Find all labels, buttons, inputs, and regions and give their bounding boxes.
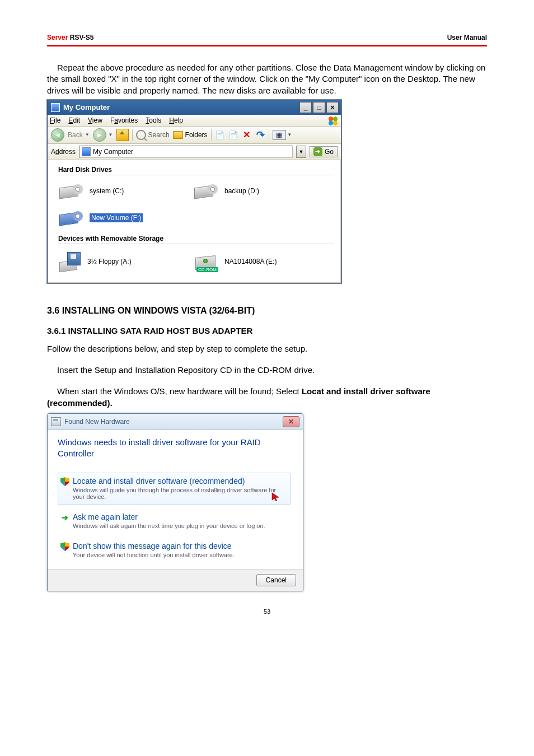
menu-help[interactable]: Help — [169, 116, 183, 124]
opt3-sub: Your device will not function until you … — [73, 552, 285, 558]
para-follow: Follow the descriptions below, and step … — [47, 343, 487, 354]
option-dont-show[interactable]: Don't show this message again for this d… — [58, 538, 291, 563]
group-removable: Devices with Removable Storage — [58, 235, 334, 244]
up-button[interactable] — [116, 129, 129, 141]
hardware-icon — [51, 417, 61, 426]
opt1-sub: Windows will guide you through the proce… — [73, 487, 285, 500]
drive-c[interactable]: system (C:) — [59, 183, 194, 199]
go-button[interactable]: ➔ Go — [310, 146, 338, 157]
my-computer-icon — [51, 103, 60, 112]
content-pane: Hard Disk Drives system (C:) backup (D:)… — [48, 160, 341, 283]
drive-d-label: backup (D:) — [224, 187, 259, 195]
address-icon — [82, 147, 91, 156]
vista-main-instruction: Windows needs to install driver software… — [58, 437, 293, 460]
drive-c-label: system (C:) — [90, 187, 124, 195]
heading-3-6-1: 3.6.1 INSTALLING SATA RAID HOST BUS ADAP… — [47, 326, 487, 335]
address-bar: Address My Computer ▼ ➔ Go — [48, 144, 341, 160]
shield-icon — [60, 477, 69, 486]
close-button[interactable]: × — [326, 102, 339, 113]
address-value: My Computer — [93, 148, 133, 156]
menu-tools[interactable]: Tools — [146, 116, 161, 124]
header-rule — [47, 45, 487, 46]
vista-title: Found New Hardware — [64, 418, 130, 426]
forward-button[interactable]: ► — [93, 128, 106, 142]
menu-edit[interactable]: Edit — [68, 116, 80, 124]
para-select-lead: When start the Windows O/S, new hardware… — [57, 386, 302, 396]
floppy-icon — [59, 252, 82, 271]
group-hard-disk: Hard Disk Drives — [58, 166, 334, 175]
search-label: Search — [148, 131, 170, 139]
opt2-sub: Windows will ask again the next time you… — [73, 522, 285, 529]
back-button[interactable]: ◄ — [51, 128, 64, 142]
search-icon — [136, 130, 146, 140]
cdrom-tag: CD-ROM — [196, 267, 218, 272]
drive-a-floppy[interactable]: 3½ Floppy (A:) — [59, 252, 194, 271]
vista-footer: Cancel — [48, 569, 303, 591]
minimize-button[interactable]: _ — [299, 102, 312, 113]
drive-a-label: 3½ Floppy (A:) — [87, 258, 132, 265]
cursor-pointer-icon — [271, 492, 280, 501]
menu-file[interactable]: File — [50, 116, 60, 124]
opt3-title: Don't show this message again for this d… — [73, 542, 285, 550]
my-computer-window: My Computer _ □ × File Edit View Favorit… — [47, 100, 341, 283]
doc-header: Server RSV-S5 User Manual — [47, 34, 487, 41]
window-title: My Computer — [63, 103, 110, 111]
drive-f-selected[interactable]: New Volume (F:) — [59, 210, 194, 226]
toolbar: ◄ Back ▼ ► ▼ Search Folders 📄 📄 ✕ ↶ ▦ — [48, 127, 341, 144]
option-ask-later[interactable]: ➔ Ask me again later Windows will ask ag… — [58, 508, 291, 534]
folders-label: Folders — [185, 131, 208, 139]
cancel-button[interactable]: Cancel — [256, 574, 296, 586]
copy-to-icon[interactable]: 📄 — [228, 130, 238, 140]
toolbar-sep — [132, 129, 133, 141]
delete-icon[interactable]: ✕ — [242, 130, 252, 140]
drive-e-cdrom[interactable]: CD-ROM NA1014008A (E:) — [194, 252, 329, 271]
move-to-icon[interactable]: 📄 — [215, 130, 225, 140]
vista-body: Windows needs to install driver software… — [48, 430, 303, 570]
toolbar-sep-2 — [211, 129, 212, 141]
arrow-right-icon: ➔ — [60, 513, 69, 522]
server-label: Server — [47, 34, 68, 41]
forward-dropdown-icon[interactable]: ▼ — [109, 132, 113, 137]
hdd-icon — [59, 210, 84, 226]
toolbar-sep-3 — [269, 129, 269, 141]
opt1-title: Locate and install driver software (reco… — [73, 477, 285, 486]
windows-flag-icon — [327, 116, 339, 126]
address-input[interactable]: My Computer — [79, 146, 293, 158]
folders-icon — [173, 131, 183, 139]
titlebar[interactable]: My Computer _ □ × — [48, 100, 341, 115]
heading-3-6: 3.6 INSTALLING ON WINDOWS VISTA (32/64-B… — [47, 306, 487, 316]
hdd-icon — [194, 183, 219, 199]
back-dropdown-icon[interactable]: ▼ — [85, 132, 90, 137]
header-left: Server RSV-S5 — [47, 34, 93, 41]
menu-view[interactable]: View — [88, 116, 102, 124]
hdd-icon — [59, 183, 84, 199]
search-button[interactable]: Search — [136, 130, 170, 140]
go-label: Go — [325, 148, 334, 156]
vista-titlebar[interactable]: Found New Hardware ✕ — [48, 414, 303, 430]
menu-favorites[interactable]: Favorites — [110, 116, 138, 124]
address-label: Address — [51, 148, 76, 156]
option-locate-install[interactable]: Locate and install driver software (reco… — [58, 473, 291, 505]
drive-e-label: NA1014008A (E:) — [224, 258, 277, 265]
model-label: RSV-S5 — [68, 34, 93, 41]
cdrom-icon: CD-ROM — [194, 252, 219, 271]
para-select-locate: When start the Windows O/S, new hardware… — [47, 386, 487, 409]
drive-d[interactable]: backup (D:) — [194, 183, 329, 199]
intro-paragraph: Repeat the above procedure as needed for… — [47, 62, 487, 96]
header-right: User Manual — [447, 34, 487, 41]
drive-f-label: New Volume (F:) — [90, 213, 143, 222]
opt2-title: Ask me again later — [73, 512, 285, 521]
para-insert-cd: Insert the Setup and Installation Reposi… — [47, 365, 487, 376]
folders-button[interactable]: Folders — [173, 131, 208, 139]
menu-bar: File Edit View Favorites Tools Help — [48, 115, 341, 127]
maximize-button[interactable]: □ — [313, 102, 325, 113]
back-label: Back — [68, 131, 83, 139]
shield-icon — [60, 542, 69, 551]
go-arrow-icon: ➔ — [313, 147, 322, 156]
views-button[interactable]: ▦ — [273, 130, 286, 140]
found-new-hardware-dialog: Found New Hardware ✕ Windows needs to in… — [47, 413, 303, 592]
undo-icon[interactable]: ↶ — [255, 130, 265, 140]
page-number: 53 — [47, 608, 487, 615]
vista-close-button[interactable]: ✕ — [283, 416, 299, 427]
address-dropdown-icon[interactable]: ▼ — [296, 146, 306, 158]
